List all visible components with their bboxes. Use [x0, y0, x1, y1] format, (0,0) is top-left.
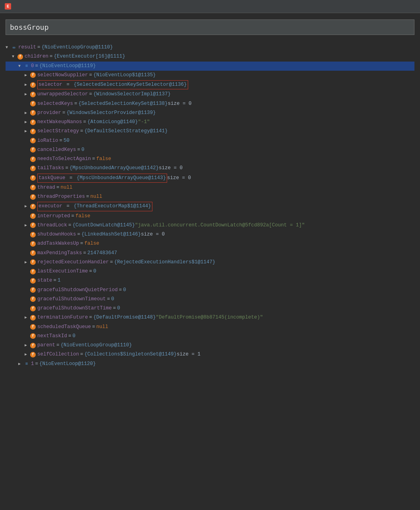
field-name: interrupted	[37, 212, 70, 220]
tree-row-maxPendingTasks[interactable]: ▶fmaxPendingTasks = 2147483647	[6, 249, 414, 258]
field-icon: f	[30, 352, 36, 357]
field-value: {DefaultSelectStrategy@1141}	[85, 127, 168, 135]
field-icon: f	[30, 175, 36, 181]
tree-row-rejectedExecutionHandler[interactable]: frejectedExecutionHandler = {RejectedExe…	[6, 258, 414, 267]
tree-row-parent[interactable]: fparent = {NioEventLoopGroup@1110}	[6, 341, 414, 350]
tree-row-nextTaskId[interactable]: ▶fnextTaskId = 0	[6, 332, 414, 341]
arrow-collapsed[interactable]	[25, 128, 30, 135]
tree-row-children[interactable]: fchildren = {EventExecutor[16]@1111}	[6, 52, 414, 61]
equals: =	[83, 249, 87, 257]
arrow-expanded[interactable]	[12, 53, 17, 60]
tree-row-shutdownHooks[interactable]: ▶fshutdownHooks = {LinkedHashSet@1146} s…	[6, 230, 414, 239]
arrow-collapsed[interactable]	[25, 314, 30, 321]
tree-row-unwrappedSelector[interactable]: funwrappedSelector = {WindowsSelectorImp…	[6, 90, 414, 99]
field-suffix: size = 0	[167, 174, 191, 182]
arrow-expanded[interactable]	[18, 63, 24, 70]
field-icon: f	[30, 296, 36, 302]
tree-row-tailTasks[interactable]: ▶ftailTasks = {MpscUnboundedArrayQueue@1…	[6, 164, 414, 173]
field-name: selectNowSupplier	[37, 71, 88, 79]
tree-row-state[interactable]: ▶fstate = 1	[6, 276, 414, 285]
tree-row-provider[interactable]: fprovider = {WindowsSelectorProvider@113…	[6, 108, 414, 118]
equals: =	[113, 304, 116, 313]
tree-row-gracefulShutdownQuietPeriod[interactable]: ▶fgracefulShutdownQuietPeriod = 0	[6, 286, 414, 295]
field-name: cancelledKeys	[37, 146, 76, 154]
equals: =	[89, 71, 92, 79]
field-value: null	[96, 323, 108, 331]
equals: =	[68, 332, 71, 340]
equals: =	[80, 350, 83, 359]
arrow-collapsed[interactable]	[25, 203, 30, 210]
tree-row-addTaskWakesUp[interactable]: ▶faddTaskWakesUp = false	[6, 239, 414, 248]
field-name: needsToSelectAgain	[37, 155, 91, 163]
field-name: unwrappedSelector	[37, 90, 88, 99]
expression-input[interactable]	[6, 19, 414, 35]
tree-row-lastExecutionTime[interactable]: ▶flastExecutionTime = 0	[6, 267, 414, 276]
tree-row-selectNowSupplier[interactable]: fselectNowSupplier = {NioEventLoop$1@113…	[6, 71, 414, 80]
tree-row-nextWakeupNanos[interactable]: fnextWakeupNanos = {AtomicLong@1140} "-1…	[6, 118, 414, 127]
field-name: lastExecutionTime	[37, 267, 88, 276]
field-name: shutdownHooks	[37, 230, 76, 239]
field-name: threadProperties	[37, 193, 85, 201]
field-value: {CountDownLatch@1145}	[73, 221, 135, 230]
tree-row-threadLock[interactable]: fthreadLock = {CountDownLatch@1145} "jav…	[6, 221, 414, 230]
field-icon: f	[30, 147, 36, 153]
tree-row-selector[interactable]: fselector = {SelectedSelectionKeySetSele…	[6, 80, 414, 90]
field-icon: f	[30, 82, 36, 88]
tree-row-item1[interactable]: ≡1 = {NioEventLoop@1120}	[6, 359, 414, 369]
tree-row-cancelledKeys[interactable]: ▶fcancelledKeys = 0	[6, 145, 414, 155]
field-icon: f	[17, 54, 23, 60]
field-value: 0	[123, 286, 126, 294]
arrow-collapsed[interactable]	[25, 72, 30, 79]
field-value: 0	[111, 295, 114, 303]
field-value: {DefaultPromise@1148}	[93, 313, 156, 322]
field-value: 50	[64, 137, 69, 145]
tree-row-root[interactable]: ∞result = {NioEventLoopGroup@1110}	[6, 43, 414, 52]
arrow-collapsed[interactable]	[18, 361, 24, 367]
field-name: taskQueue	[39, 175, 66, 181]
tree-row-interrupted[interactable]: ▶finterrupted = false	[6, 212, 414, 221]
field-name: children	[25, 52, 48, 61]
tree-row-threadProperties[interactable]: ▶fthreadProperties = null	[6, 192, 414, 201]
tree-row-ioRatio[interactable]: ▶fioRatio = 50	[6, 136, 414, 145]
arrow-collapsed[interactable]	[25, 222, 30, 229]
arrow-expanded[interactable]	[6, 44, 11, 51]
field-name: selector	[39, 82, 62, 87]
field-value: {WindowsSelectorImpl@1137}	[93, 90, 171, 99]
field-icon: f	[30, 110, 36, 116]
tree-row-item0[interactable]: ≡0 = {NioEventLoop@1119}	[6, 62, 414, 71]
field-value: {EventExecutor[16]@1111}	[54, 52, 125, 61]
field-value: {NioEventLoop@1119}	[39, 62, 96, 70]
arrow-collapsed[interactable]	[25, 110, 30, 116]
field-name: scheduledTaskQueue	[37, 323, 91, 331]
field-name: ioRatio	[37, 137, 58, 145]
field-icon: f	[30, 204, 36, 209]
field-icon: f	[30, 287, 36, 293]
field-name: executor	[39, 203, 62, 209]
tree-row-scheduledTaskQueue[interactable]: ▶fscheduledTaskQueue = null	[6, 323, 414, 332]
tree-row-selectedKeys[interactable]: ▶fselectedKeys = {SelectedSelectionKeySe…	[6, 99, 414, 108]
tree-row-gracefulShutdownStartTime[interactable]: ▶fgracefulShutdownStartTime = 0	[6, 304, 414, 313]
arrow-collapsed[interactable]	[25, 351, 30, 358]
field-icon: f	[30, 101, 36, 106]
field-value: false	[75, 212, 91, 220]
tree-row-terminationFuture[interactable]: fterminationFuture = {DefaultPromise@114…	[6, 313, 414, 322]
tree-row-selectStrategy[interactable]: fselectStrategy = {DefaultSelectStrategy…	[6, 127, 414, 136]
field-name: result	[18, 43, 36, 52]
arrow-collapsed[interactable]	[25, 342, 30, 349]
tree-row-thread[interactable]: ▶fthread = null	[6, 183, 414, 192]
tree-row-taskQueue[interactable]: ▶ftaskQueue = {MpscUnboundedArrayQueue@1…	[6, 173, 414, 183]
tree-row-executor[interactable]: fexecutor = {ThreadExecutorMap$1@1144}	[6, 201, 414, 211]
tree-row-selfCollection[interactable]: fselfCollection = {Collections$Singleton…	[6, 350, 414, 359]
tree-row-gracefulShutdownTimeout[interactable]: ▶fgracefulShutdownTimeout = 0	[6, 295, 414, 304]
arrow-collapsed[interactable]	[25, 91, 30, 98]
arrow-collapsed[interactable]	[25, 119, 30, 126]
tree-row-needsToSelectAgain[interactable]: ▶fneedsToSelectAgain = false	[6, 155, 414, 164]
field-icon: f	[30, 250, 36, 256]
field-name: gracefulShutdownQuietPeriod	[37, 286, 118, 294]
field-value: {SelectedSelectionKeySetSelector@1136}	[74, 82, 187, 87]
equals: =	[67, 175, 76, 181]
field-icon: f	[30, 315, 36, 321]
field-value: null	[61, 184, 73, 192]
arrow-collapsed[interactable]	[25, 81, 30, 88]
arrow-collapsed[interactable]	[25, 259, 30, 266]
